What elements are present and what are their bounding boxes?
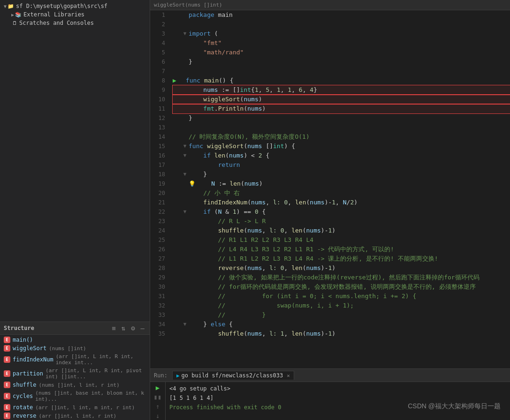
code-token: // } — [189, 310, 266, 320]
gutter-spacer — [173, 310, 179, 320]
code-token: ) < — [244, 151, 258, 160]
gutter-spacer — [173, 273, 179, 282]
gutter-spacer — [173, 123, 179, 132]
structure-list-item[interactable]: Emain() — [0, 336, 150, 344]
code-token: // 小 中 右 — [189, 188, 240, 198]
close-tab-icon[interactable]: ✕ — [287, 373, 290, 379]
watermark: CSDN @福大大架构师每日一题 — [408, 402, 501, 411]
line-number: 15 — [150, 142, 165, 151]
code-token: if — [203, 151, 211, 160]
code-token: ) — [332, 226, 335, 235]
code-line: // R L -> L R — [173, 217, 510, 226]
line-numbers: 1234567891011121314151617181920212223242… — [150, 10, 169, 368]
code-token: nums — [247, 142, 262, 151]
gutter-spacer — [173, 38, 179, 48]
structure-list-item[interactable]: Erotate(arr []int, l int, m int, r int) — [0, 403, 150, 412]
sidebar-item-scratches[interactable]: 🗒 Scratches and Consoles — [0, 19, 150, 27]
sidebar-item-external-libraries[interactable]: ▶ 📚 External Libraries — [0, 10, 150, 19]
run-play-button[interactable]: ▶ — [153, 384, 162, 391]
run-stop-button[interactable]: ▮▮ — [153, 393, 162, 401]
struct-item-name: findIndexNum — [13, 356, 53, 363]
fold-marker[interactable]: ▼ — [181, 170, 189, 179]
gutter-spacer — [173, 20, 179, 29]
line-number: 17 — [150, 160, 165, 170]
bulb-icon[interactable]: 💡 — [189, 179, 196, 188]
code-token: ) — [262, 104, 266, 113]
code-token: len — [229, 179, 240, 188]
line-number: 22 — [150, 207, 165, 217]
code-token: nums — [203, 85, 218, 95]
run-tab[interactable]: ▶ go build sf/newclass2/class033 ✕ — [172, 371, 294, 380]
code-token: , — [291, 85, 299, 95]
structure-list-item[interactable]: Eshuffle(nums []int, l int, r int) — [0, 381, 150, 389]
gutter-spacer — [173, 292, 179, 301]
gutter-spacer — [173, 329, 179, 338]
structure-list-item[interactable]: Epartition(arr []int, L int, R int, pivo… — [0, 367, 150, 381]
code-token: // L4 R4 L3 R3 L2 R2 L1 R1 -> 代码中的方式, 可以… — [189, 245, 394, 254]
code-token: // 做个实验, 如果把上一行的code注释掉(reverse过程), 然后跑下… — [189, 273, 480, 282]
code-token: , — [288, 198, 295, 207]
sidebar-item-project[interactable]: ▼ 📁 sf D:\mysetup\gopath\src\sf — [0, 2, 150, 10]
minimize-icon[interactable]: — — [139, 324, 146, 332]
code-token: l: 0 — [269, 263, 284, 273]
gutter-spacer — [173, 85, 179, 95]
structure-list: Emain()EwiggleSort(nums []int)EfindIndex… — [0, 335, 150, 420]
structure-list-item[interactable]: Ecycles(nums []int, base int, bloom int,… — [0, 389, 150, 403]
structure-list-item[interactable]: EwiggleSort(nums []int) — [0, 344, 150, 352]
line-number: 30 — [150, 282, 165, 292]
struct-badge: E — [4, 412, 10, 419]
code-token: reverse — [218, 263, 244, 273]
code-token: 1 — [328, 263, 332, 273]
sort-alpha-icon[interactable]: ≡ — [110, 324, 117, 332]
gutter-spacer — [173, 282, 179, 292]
gutter-spacer — [173, 142, 179, 151]
structure-list-item[interactable]: Ereverse(arr []int, l int, r int) — [0, 412, 150, 420]
line-number: 10 — [150, 95, 165, 104]
run-down-button[interactable]: ↓ — [153, 412, 162, 420]
code-token: func — [189, 142, 203, 151]
sort-type-icon[interactable]: ⇅ — [120, 324, 127, 332]
line-number: 9 — [150, 85, 165, 95]
code-token: fmt — [203, 104, 214, 113]
fold-marker[interactable]: ▼ — [181, 142, 189, 151]
code-line — [173, 123, 510, 132]
code-token: // for循环的代码就是两两交换, 会发现对数器报错, 说明两两交换是不行的,… — [189, 282, 476, 292]
code-token: nums — [247, 263, 262, 273]
code-token: , — [262, 263, 270, 273]
run-gutter-icon[interactable]: ▶ — [173, 76, 176, 85]
code-token — [189, 329, 218, 338]
gutter-spacer — [173, 207, 179, 217]
fold-marker[interactable]: ▼ — [181, 207, 189, 217]
structure-title: Structure — [4, 325, 110, 331]
settings-icon[interactable]: ⚙ — [129, 324, 136, 332]
struct-badge: E — [4, 393, 10, 399]
line-number: 24 — [150, 226, 165, 235]
code-token — [189, 263, 218, 273]
fold-marker[interactable]: ▼ — [181, 151, 189, 160]
fold-marker[interactable]: ▼ — [181, 29, 189, 38]
run-up-button[interactable]: ↑ — [153, 403, 162, 410]
code-token: len — [295, 198, 306, 207]
code-line: // R1 L1 R2 L2 R3 L3 R4 L4 — [173, 235, 510, 245]
line-number: 16 — [150, 151, 165, 160]
code-line: } — [173, 113, 510, 123]
structure-list-item[interactable]: EfindIndexNum(arr []int, L int, R int, i… — [0, 352, 150, 367]
code-token: { — [225, 320, 233, 329]
code-token: len — [291, 329, 302, 338]
code-content[interactable]: package main ▼import ( "fmt" "math/rand"… — [169, 10, 510, 368]
struct-item-params: (nums []int) — [49, 345, 86, 352]
code-token: nums — [310, 198, 324, 207]
gutter-spacer — [173, 245, 179, 254]
line-number: 35 — [150, 329, 165, 338]
struct-badge: E — [4, 337, 10, 343]
code-container[interactable]: 1234567891011121314151617181920212223242… — [150, 10, 510, 368]
line-number: 21 — [150, 198, 165, 207]
code-token: N — [343, 198, 347, 207]
line-number: 12 — [150, 113, 165, 123]
arrow-icon: ▶ — [11, 12, 14, 17]
code-line: // 小 中 右 — [173, 188, 510, 198]
code-token: } — [313, 85, 317, 95]
fold-marker[interactable]: ▼ — [181, 320, 189, 329]
code-token: len — [214, 151, 225, 160]
code-token: ( — [244, 104, 247, 113]
